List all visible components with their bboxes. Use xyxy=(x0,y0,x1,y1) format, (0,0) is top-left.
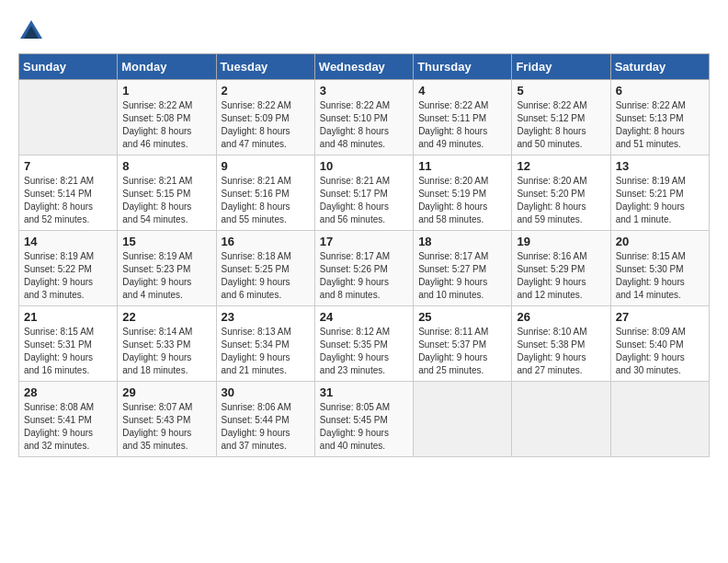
day-info: Sunrise: 8:16 AMSunset: 5:29 PMDaylight:… xyxy=(517,250,605,302)
weekday-header-thursday: Thursday xyxy=(414,54,512,80)
day-number: 19 xyxy=(517,235,605,248)
day-info: Sunrise: 8:11 AMSunset: 5:37 PMDaylight:… xyxy=(418,326,506,377)
weekday-header-tuesday: Tuesday xyxy=(216,54,314,80)
day-number: 22 xyxy=(122,310,210,324)
calendar-cell: 12Sunrise: 8:20 AMSunset: 5:20 PMDayligh… xyxy=(512,155,610,231)
day-info: Sunrise: 8:21 AMSunset: 5:15 PMDaylight:… xyxy=(122,175,210,226)
day-number: 23 xyxy=(222,310,310,324)
calendar-cell: 11Sunrise: 8:20 AMSunset: 5:19 PMDayligh… xyxy=(414,155,512,231)
calendar-cell xyxy=(19,80,118,155)
day-info: Sunrise: 8:21 AMSunset: 5:16 PMDaylight:… xyxy=(222,175,310,226)
weekday-header-saturday: Saturday xyxy=(610,54,709,80)
calendar-cell: 15Sunrise: 8:19 AMSunset: 5:23 PMDayligh… xyxy=(118,231,216,306)
calendar-cell: 21Sunrise: 8:15 AMSunset: 5:31 PMDayligh… xyxy=(19,306,118,382)
calendar-cell: 8Sunrise: 8:21 AMSunset: 5:15 PMDaylight… xyxy=(118,155,216,231)
day-number: 31 xyxy=(320,385,408,399)
day-number: 15 xyxy=(122,235,210,248)
day-info: Sunrise: 8:17 AMSunset: 5:27 PMDaylight:… xyxy=(418,250,506,302)
logo-icon xyxy=(18,18,44,44)
day-number: 28 xyxy=(24,385,112,399)
calendar-cell: 27Sunrise: 8:09 AMSunset: 5:40 PMDayligh… xyxy=(610,306,709,382)
week-row-5: 28Sunrise: 8:08 AMSunset: 5:41 PMDayligh… xyxy=(19,382,710,457)
weekday-header-friday: Friday xyxy=(512,54,610,80)
calendar-cell: 7Sunrise: 8:21 AMSunset: 5:14 PMDaylight… xyxy=(19,155,118,231)
weekday-header-monday: Monday xyxy=(118,54,216,80)
day-number: 8 xyxy=(122,159,210,173)
day-info: Sunrise: 8:22 AMSunset: 5:10 PMDaylight:… xyxy=(320,99,408,151)
weekday-header-wednesday: Wednesday xyxy=(314,54,413,80)
calendar-cell: 2Sunrise: 8:22 AMSunset: 5:09 PMDaylight… xyxy=(216,80,314,155)
day-number: 21 xyxy=(24,310,112,324)
day-info: Sunrise: 8:15 AMSunset: 5:31 PMDaylight:… xyxy=(24,326,112,377)
calendar-cell: 10Sunrise: 8:21 AMSunset: 5:17 PMDayligh… xyxy=(314,155,413,231)
day-info: Sunrise: 8:22 AMSunset: 5:12 PMDaylight:… xyxy=(517,99,605,151)
calendar-cell: 23Sunrise: 8:13 AMSunset: 5:34 PMDayligh… xyxy=(216,306,314,382)
day-number: 10 xyxy=(320,159,408,173)
calendar-cell: 18Sunrise: 8:17 AMSunset: 5:27 PMDayligh… xyxy=(414,231,512,306)
day-number: 12 xyxy=(517,159,605,173)
calendar-cell: 24Sunrise: 8:12 AMSunset: 5:35 PMDayligh… xyxy=(314,306,413,382)
calendar-cell: 20Sunrise: 8:15 AMSunset: 5:30 PMDayligh… xyxy=(610,231,709,306)
calendar-cell: 25Sunrise: 8:11 AMSunset: 5:37 PMDayligh… xyxy=(414,306,512,382)
calendar-cell: 9Sunrise: 8:21 AMSunset: 5:16 PMDaylight… xyxy=(216,155,314,231)
day-number: 17 xyxy=(320,235,408,248)
day-info: Sunrise: 8:18 AMSunset: 5:25 PMDaylight:… xyxy=(222,250,310,302)
day-info: Sunrise: 8:20 AMSunset: 5:19 PMDaylight:… xyxy=(418,175,506,226)
day-number: 25 xyxy=(418,310,506,324)
week-row-1: 1Sunrise: 8:22 AMSunset: 5:08 PMDaylight… xyxy=(19,80,710,155)
day-number: 14 xyxy=(24,235,112,248)
day-number: 29 xyxy=(122,385,210,399)
week-row-2: 7Sunrise: 8:21 AMSunset: 5:14 PMDaylight… xyxy=(19,155,710,231)
day-info: Sunrise: 8:22 AMSunset: 5:09 PMDaylight:… xyxy=(222,99,310,151)
day-number: 4 xyxy=(418,84,506,98)
day-number: 3 xyxy=(320,84,408,98)
day-number: 6 xyxy=(616,84,704,98)
calendar-cell: 6Sunrise: 8:22 AMSunset: 5:13 PMDaylight… xyxy=(610,80,709,155)
day-number: 2 xyxy=(222,84,310,98)
day-info: Sunrise: 8:10 AMSunset: 5:38 PMDaylight:… xyxy=(517,326,605,377)
day-number: 13 xyxy=(616,159,704,173)
day-number: 26 xyxy=(517,310,605,324)
day-info: Sunrise: 8:21 AMSunset: 5:17 PMDaylight:… xyxy=(320,175,408,226)
day-info: Sunrise: 8:17 AMSunset: 5:26 PMDaylight:… xyxy=(320,250,408,302)
calendar-cell: 16Sunrise: 8:18 AMSunset: 5:25 PMDayligh… xyxy=(216,231,314,306)
day-info: Sunrise: 8:22 AMSunset: 5:08 PMDaylight:… xyxy=(122,99,210,151)
page-header xyxy=(18,18,710,44)
calendar-cell: 30Sunrise: 8:06 AMSunset: 5:44 PMDayligh… xyxy=(216,382,314,457)
calendar-cell: 22Sunrise: 8:14 AMSunset: 5:33 PMDayligh… xyxy=(118,306,216,382)
day-info: Sunrise: 8:07 AMSunset: 5:43 PMDaylight:… xyxy=(122,401,210,453)
day-number: 7 xyxy=(24,159,112,173)
calendar-cell: 17Sunrise: 8:17 AMSunset: 5:26 PMDayligh… xyxy=(314,231,413,306)
day-number: 18 xyxy=(418,235,506,248)
calendar-cell: 1Sunrise: 8:22 AMSunset: 5:08 PMDaylight… xyxy=(118,80,216,155)
day-number: 11 xyxy=(418,159,506,173)
week-row-3: 14Sunrise: 8:19 AMSunset: 5:22 PMDayligh… xyxy=(19,231,710,306)
calendar-cell xyxy=(414,382,512,457)
day-info: Sunrise: 8:22 AMSunset: 5:11 PMDaylight:… xyxy=(418,99,506,151)
calendar-cell: 28Sunrise: 8:08 AMSunset: 5:41 PMDayligh… xyxy=(19,382,118,457)
day-info: Sunrise: 8:21 AMSunset: 5:14 PMDaylight:… xyxy=(24,175,112,226)
day-info: Sunrise: 8:15 AMSunset: 5:30 PMDaylight:… xyxy=(616,250,704,302)
day-number: 27 xyxy=(616,310,704,324)
day-number: 24 xyxy=(320,310,408,324)
calendar-cell: 4Sunrise: 8:22 AMSunset: 5:11 PMDaylight… xyxy=(414,80,512,155)
day-info: Sunrise: 8:14 AMSunset: 5:33 PMDaylight:… xyxy=(122,326,210,377)
day-info: Sunrise: 8:13 AMSunset: 5:34 PMDaylight:… xyxy=(222,326,310,377)
calendar-cell: 13Sunrise: 8:19 AMSunset: 5:21 PMDayligh… xyxy=(610,155,709,231)
day-number: 9 xyxy=(222,159,310,173)
calendar-cell: 3Sunrise: 8:22 AMSunset: 5:10 PMDaylight… xyxy=(314,80,413,155)
day-number: 1 xyxy=(122,84,210,98)
day-info: Sunrise: 8:19 AMSunset: 5:22 PMDaylight:… xyxy=(24,250,112,302)
calendar-table: SundayMondayTuesdayWednesdayThursdayFrid… xyxy=(18,53,710,457)
weekday-header-sunday: Sunday xyxy=(19,54,118,80)
day-number: 16 xyxy=(222,235,310,248)
day-number: 5 xyxy=(517,84,605,98)
day-info: Sunrise: 8:12 AMSunset: 5:35 PMDaylight:… xyxy=(320,326,408,377)
day-info: Sunrise: 8:06 AMSunset: 5:44 PMDaylight:… xyxy=(222,401,310,453)
day-info: Sunrise: 8:19 AMSunset: 5:23 PMDaylight:… xyxy=(122,250,210,302)
day-info: Sunrise: 8:08 AMSunset: 5:41 PMDaylight:… xyxy=(24,401,112,453)
week-row-4: 21Sunrise: 8:15 AMSunset: 5:31 PMDayligh… xyxy=(19,306,710,382)
day-info: Sunrise: 8:22 AMSunset: 5:13 PMDaylight:… xyxy=(616,99,704,151)
calendar-cell: 29Sunrise: 8:07 AMSunset: 5:43 PMDayligh… xyxy=(118,382,216,457)
calendar-cell: 31Sunrise: 8:05 AMSunset: 5:45 PMDayligh… xyxy=(314,382,413,457)
